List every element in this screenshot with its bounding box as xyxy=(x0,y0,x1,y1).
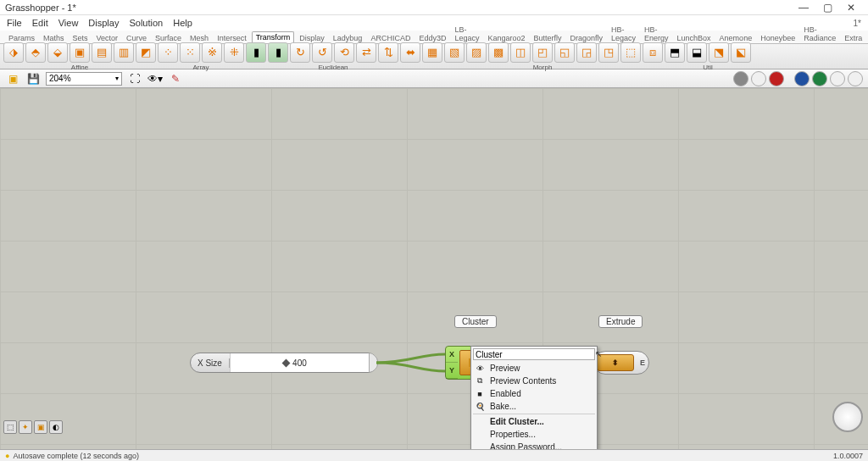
ribbon-panel: ⬗ ⬘ ⬙ ▣ ▤ ▥ ◩ Affine ⁘ ⁙ ※ ⁜ Array ▮ ▮ ↻… xyxy=(0,44,868,69)
menu-display[interactable]: Display xyxy=(88,18,119,28)
context-menu-item[interactable]: ⧉Preview Contents xyxy=(471,375,597,387)
sketch-button[interactable]: ✎ xyxy=(168,71,183,86)
menu-view[interactable]: View xyxy=(58,18,79,28)
ribbon-euclid-btn[interactable]: ▮ xyxy=(246,42,266,63)
ribbon-group-label: Affine xyxy=(71,64,88,71)
context-menu-item[interactable]: Properties... xyxy=(471,428,597,441)
ribbon-array-btn[interactable]: ⁜ xyxy=(224,42,244,63)
zoom-extents-button[interactable]: ⛶ xyxy=(127,71,142,86)
ribbon-affine-btn[interactable]: ▥ xyxy=(114,42,134,63)
ribbon-morph-btn[interactable]: ▨ xyxy=(466,42,487,63)
ribbon-group-label: Morph xyxy=(533,64,553,71)
preview-toggle[interactable]: 👁▾ xyxy=(147,71,163,86)
status-bar: ● Autosave complete (12 seconds ago) 1.0… xyxy=(0,449,868,461)
ribbon-affine-btn[interactable]: ▣ xyxy=(70,42,90,63)
view-mode-icon[interactable] xyxy=(751,71,766,86)
menu-item-label: Edit Cluster... xyxy=(490,417,544,426)
canvas-tools: ⬚ ✦ ▣ ◐ xyxy=(3,420,63,434)
ribbon-array-btn[interactable]: ⁘ xyxy=(158,42,178,63)
document-toolbar: ▣ 💾 204% ⛶ 👁▾ ✎ xyxy=(0,69,868,88)
menu-item-label: Enabled xyxy=(490,389,521,398)
ribbon-util-btn[interactable]: ⬓ xyxy=(687,42,707,63)
maximize-button[interactable]: ▢ xyxy=(815,2,839,14)
ribbon-util-btn[interactable]: ⬕ xyxy=(731,42,751,63)
bulb-icon: ● xyxy=(5,452,9,460)
context-menu-item[interactable]: 👁Preview xyxy=(471,362,597,375)
ribbon-tab[interactable]: HB-Radiance xyxy=(800,25,839,43)
ribbon-array-btn[interactable]: ⁙ xyxy=(180,42,200,63)
canvas[interactable]: X Size 400 Cluster Extrude ⬍ E X Y ↖ 👁Pr… xyxy=(0,88,868,449)
ribbon-euclid-btn[interactable]: ↺ xyxy=(312,42,332,63)
menu-item-label: Properties... xyxy=(490,430,536,439)
menu-solution[interactable]: Solution xyxy=(129,18,163,28)
cluster-input-y[interactable]: Y xyxy=(446,363,458,379)
canvas-tool-icon[interactable]: ✦ xyxy=(19,420,32,434)
menu-item-icon: ■ xyxy=(474,390,486,398)
context-menu-item[interactable]: 🍳Bake... xyxy=(471,400,597,413)
ribbon-tab[interactable]: LB-Legacy xyxy=(451,25,482,43)
view-mode-icon[interactable] xyxy=(769,71,784,86)
menu-help[interactable]: Help xyxy=(173,18,192,28)
ribbon-tab[interactable]: Extra xyxy=(841,33,865,43)
context-menu-name-field[interactable]: ↖ xyxy=(471,347,597,362)
nav-wheel[interactable] xyxy=(832,402,863,432)
extrude-body-icon: ⬍ xyxy=(597,354,634,371)
ribbon-euclid-btn[interactable]: ⟲ xyxy=(334,42,354,63)
ribbon-morph-btn[interactable]: ◫ xyxy=(510,42,531,63)
ribbon-morph-btn[interactable]: ▦ xyxy=(422,42,442,63)
number-slider[interactable]: X Size 400 xyxy=(190,353,378,373)
ribbon-affine-btn[interactable]: ▤ xyxy=(92,42,112,63)
ribbon-morph-btn[interactable]: ◰ xyxy=(532,42,553,63)
ribbon-morph-btn[interactable]: ▩ xyxy=(488,42,509,63)
open-button[interactable]: ▣ xyxy=(5,71,20,86)
slider-grip-icon[interactable] xyxy=(281,358,290,367)
save-button[interactable]: 💾 xyxy=(25,71,41,86)
ribbon-util-btn[interactable]: ⬔ xyxy=(709,42,729,63)
ribbon-euclid-btn[interactable]: ⇄ xyxy=(356,42,376,63)
ribbon-affine-btn[interactable]: ◩ xyxy=(136,42,156,63)
ribbon-morph-btn[interactable]: ⧈ xyxy=(643,42,663,63)
menu-item-label: Preview xyxy=(490,364,520,373)
zoom-combo[interactable]: 204% xyxy=(46,72,122,86)
shade-mode-icon[interactable] xyxy=(848,71,863,86)
menu-edit[interactable]: Edit xyxy=(32,18,48,28)
ribbon-morph-btn[interactable]: ⬚ xyxy=(620,42,641,63)
shade-mode-icon[interactable] xyxy=(812,71,827,86)
close-button[interactable]: ✕ xyxy=(839,2,863,14)
slider-track[interactable]: 400 xyxy=(230,353,369,372)
ribbon-euclid-btn[interactable]: ↻ xyxy=(290,42,310,63)
minimize-button[interactable]: — xyxy=(792,2,815,14)
ribbon-morph-btn[interactable]: ▧ xyxy=(444,42,465,63)
wire xyxy=(376,351,453,376)
ribbon-morph-btn[interactable]: ◲ xyxy=(576,42,597,63)
slider-value: 400 xyxy=(292,358,307,368)
status-text: Autosave complete (12 seconds ago) xyxy=(13,452,139,460)
context-menu-item[interactable]: Edit Cluster... xyxy=(471,415,597,428)
ribbon-affine-btn[interactable]: ⬗ xyxy=(3,42,24,63)
ribbon-tab[interactable]: Honeybee xyxy=(757,33,798,43)
canvas-tool-icon[interactable]: ⬚ xyxy=(3,420,17,434)
ribbon-group-label: Euclidean xyxy=(318,64,348,71)
cluster-input-x[interactable]: X xyxy=(446,347,458,363)
context-menu-item[interactable]: ■Enabled xyxy=(471,387,597,400)
ribbon-affine-btn[interactable]: ⬙ xyxy=(47,42,68,63)
shade-mode-icon[interactable] xyxy=(830,71,845,86)
canvas-tool-icon[interactable]: ▣ xyxy=(34,420,47,434)
ribbon-array-btn[interactable]: ※ xyxy=(202,42,222,63)
context-menu-name-input[interactable] xyxy=(473,348,595,360)
ribbon-morph-btn[interactable]: ◱ xyxy=(554,42,575,63)
ribbon-util-btn[interactable]: ⬒ xyxy=(665,42,685,63)
extrude-output[interactable]: E xyxy=(637,358,648,367)
ribbon-tab[interactable]: HB-Legacy xyxy=(608,25,639,43)
ribbon-euclid-btn[interactable]: ⇅ xyxy=(378,42,398,63)
menu-file[interactable]: File xyxy=(7,18,22,28)
ribbon-euclid-btn[interactable]: ⬌ xyxy=(400,42,420,63)
shade-mode-icon[interactable] xyxy=(794,71,810,86)
slider-label: X Size xyxy=(191,358,230,368)
ribbon-tab[interactable]: HB-Energy xyxy=(641,25,672,43)
canvas-tool-icon[interactable]: ◐ xyxy=(49,420,63,434)
ribbon-morph-btn[interactable]: ◳ xyxy=(598,42,619,63)
view-mode-icon[interactable] xyxy=(733,71,748,86)
ribbon-euclid-btn[interactable]: ▮ xyxy=(268,42,288,63)
ribbon-affine-btn[interactable]: ⬘ xyxy=(25,42,46,63)
